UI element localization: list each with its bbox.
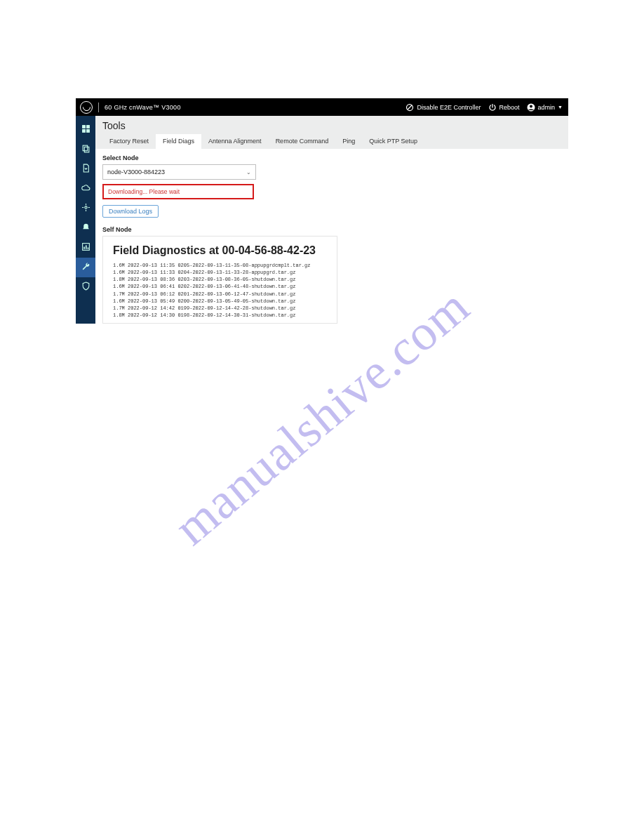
tabs: Factory Reset Field Diags Antenna Alignm… — [102, 134, 561, 149]
user-menu[interactable]: admin ▼ — [527, 103, 563, 112]
sidebar-item-dashboard[interactable] — [76, 120, 95, 140]
diagnostics-mac: 00-04-56-88-42-23 — [222, 244, 316, 256]
svg-rect-13 — [85, 245, 86, 249]
sidebar-item-copy[interactable] — [76, 140, 95, 159]
chevron-down-icon: ▼ — [558, 105, 563, 110]
svg-rect-12 — [83, 247, 85, 249]
tab-factory-reset[interactable]: Factory Reset — [102, 134, 156, 149]
reboot-label: Reboot — [499, 104, 520, 111]
download-logs-button[interactable]: Download Logs — [102, 205, 159, 218]
download-status: Downloading... Please wait — [102, 184, 254, 199]
user-name: admin — [538, 104, 556, 111]
svg-rect-8 — [83, 145, 88, 151]
node-select-value: node-V3000-884223 — [107, 168, 165, 176]
cloud-icon — [81, 183, 90, 195]
copy-icon — [81, 143, 90, 156]
svg-rect-4 — [82, 125, 86, 128]
sidebar-item-cloud[interactable] — [76, 179, 95, 199]
tab-ping[interactable]: Ping — [335, 134, 362, 149]
power-icon — [488, 103, 497, 112]
tab-quick-ptp-setup[interactable]: Quick PTP Setup — [362, 134, 424, 149]
tab-remote-command[interactable]: Remote Command — [269, 134, 336, 149]
vendor-logo-icon — [80, 101, 93, 114]
chevron-down-icon: ⌄ — [246, 169, 251, 176]
svg-rect-9 — [84, 147, 89, 152]
separator — [98, 102, 99, 112]
file-icon — [81, 163, 90, 176]
reboot-button[interactable]: Reboot — [488, 103, 520, 112]
diagnostics-card: Field Diagnostics at 00-04-56-88-42-23 1… — [102, 236, 337, 324]
sidebar-item-alerts[interactable] — [76, 218, 95, 238]
shield-icon — [81, 281, 90, 293]
svg-point-10 — [84, 206, 86, 208]
self-node-label: Self Node — [102, 226, 561, 233]
main-content: Tools Factory Reset Field Diags Antenna … — [95, 116, 568, 324]
top-bar: 60 GHz cnWave™ V3000 Disable E2E Control… — [76, 98, 568, 116]
sidebar — [76, 116, 95, 324]
sidebar-item-tools[interactable] — [76, 258, 95, 277]
product-name: 60 GHz cnWave™ V3000 — [105, 104, 181, 111]
bell-icon — [81, 222, 90, 234]
svg-rect-5 — [86, 125, 90, 128]
page-header: Tools Factory Reset Field Diags Antenna … — [95, 116, 568, 149]
svg-point-3 — [530, 105, 532, 107]
node-select[interactable]: node-V3000-884223 ⌄ — [102, 164, 256, 180]
svg-rect-14 — [87, 248, 88, 249]
user-icon — [527, 103, 535, 112]
tab-antenna-alignment[interactable]: Antenna Alignment — [201, 134, 269, 149]
select-node-label: Select Node — [102, 154, 561, 161]
log-list: 1.6M 2022-09-13 11:35 0205-2022-09-13-11… — [113, 262, 327, 319]
disable-e2e-label: Disable E2E Controller — [417, 104, 481, 111]
page-title: Tools — [102, 120, 561, 131]
dashboard-icon — [81, 124, 90, 136]
sidebar-item-gps[interactable] — [76, 199, 95, 218]
disable-icon — [405, 103, 414, 112]
wrench-icon — [81, 261, 90, 274]
svg-rect-6 — [82, 129, 86, 133]
svg-rect-7 — [86, 129, 90, 133]
gps-icon — [81, 202, 90, 215]
diagnostics-title: Field Diagnostics at 00-04-56-88-42-23 — [113, 244, 327, 258]
stats-icon — [81, 241, 90, 254]
disable-e2e-button[interactable]: Disable E2E Controller — [405, 103, 481, 112]
app-window: 60 GHz cnWave™ V3000 Disable E2E Control… — [76, 98, 568, 324]
sidebar-item-security[interactable] — [76, 277, 95, 297]
tab-field-diags[interactable]: Field Diags — [156, 134, 201, 149]
sidebar-item-stats[interactable] — [76, 238, 95, 258]
svg-line-1 — [408, 105, 412, 110]
sidebar-item-file[interactable] — [76, 159, 95, 179]
